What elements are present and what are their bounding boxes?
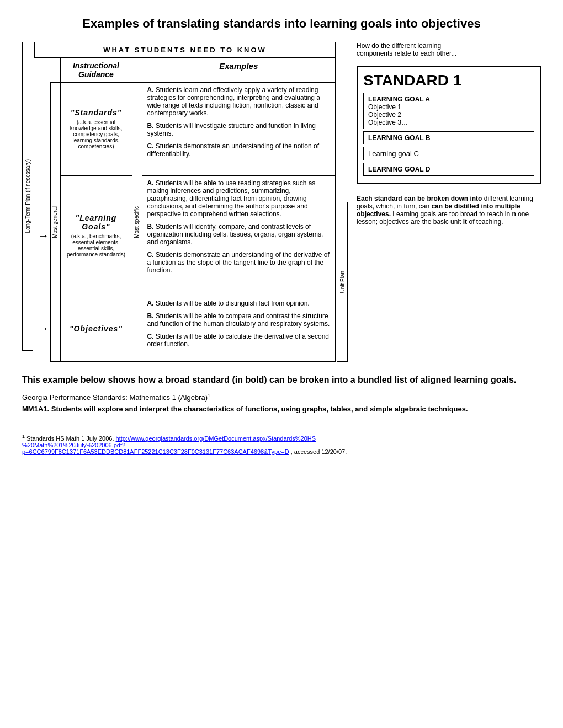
example-c2-text: Students demonstrate an understanding of…: [147, 251, 330, 274]
learning-goal-d-box: LEARNING GOAL D: [363, 163, 534, 176]
bottom-section: This example below shows how a broad sta…: [22, 375, 541, 455]
unit-plan-label: Unit Plan: [339, 271, 346, 293]
learning-goals-sublabel: (a.k.a., benchmarks, essential elements,…: [65, 233, 128, 258]
example-c1-text: Students demonstrate an understanding of…: [147, 142, 320, 158]
arrow-2: →: [35, 296, 51, 361]
example-b1-letter: B.: [147, 122, 156, 130]
objective-1: Objective 1: [368, 103, 529, 111]
standards-sublabel: (a.k.a. essential knowledge and skills, …: [65, 119, 128, 149]
col1-header: InstructionalGuidance: [73, 61, 119, 79]
example-b2-letter: B.: [147, 223, 156, 231]
most-general-label: Most general: [51, 205, 59, 239]
objectives-label: "Objectives": [65, 324, 128, 333]
col2-header: Examples: [219, 61, 258, 71]
learning-goal-b-box: LEARNING GOAL B: [363, 131, 534, 144]
table-header: WHAT STUDENTS NEED TO KNOW: [103, 46, 267, 54]
learning-goal-a-box: LEARNING GOAL A Objective 1 Objective 2 …: [363, 93, 534, 129]
right-panel: How do the different learning components…: [357, 42, 541, 362]
arrow-1: →: [35, 175, 51, 296]
right-description: Each standard can be broken down into di…: [357, 195, 541, 226]
objective-3: Objective 3…: [368, 119, 529, 126]
standard-title: STANDARD 1: [363, 72, 534, 89]
footnote-sup-ref: 1: [208, 393, 210, 398]
learning-goal-d-label: LEARNING GOAL D: [368, 165, 430, 173]
bottom-title: This example below shows how a broad sta…: [22, 375, 541, 385]
learning-goal-c-label: Learning goal C: [368, 149, 419, 158]
how-different-text: How do the different learning components…: [357, 42, 541, 57]
example-a3-letter: A.: [147, 299, 156, 307]
example-b2-text: Students will identify, compare, and con…: [147, 223, 323, 246]
example-b3-text: Students will be able to compare and con…: [147, 312, 330, 328]
footnote-accessed: , accessed 12/20/07.: [291, 448, 347, 455]
example-b3-letter: B.: [147, 312, 156, 320]
footnote: 1 Standards HS Math 1 July 2006. http://…: [22, 433, 541, 455]
example-c3-text: Students will be able to calculate the d…: [147, 333, 330, 348]
learning-goal-a-title: LEARNING GOAL A: [368, 95, 529, 103]
right-desc-text: Each standard can be broken down into di…: [357, 195, 533, 226]
standard-box: STANDARD 1 LEARNING GOAL A Objective 1 O…: [357, 66, 541, 184]
most-specific-label: Most specific: [132, 205, 141, 239]
mm1a1-text: MM1A1. Students will explore and interpr…: [22, 405, 541, 413]
georgia-text: Georgia Performance Standards: Mathemati…: [22, 393, 208, 402]
footnote-divider: [22, 430, 132, 430]
example-c1-letter: C.: [147, 142, 156, 150]
example-c2-letter: C.: [147, 251, 156, 259]
georgia-label: Georgia Performance Standards: Mathemati…: [22, 393, 541, 402]
footnote-text: Standards HS Math 1 July 2006.: [26, 435, 114, 442]
example-c3-letter: C.: [147, 333, 156, 340]
learning-goals-label: "LearningGoals": [65, 213, 128, 231]
learning-goal-b-title: LEARNING GOAL B: [368, 134, 529, 142]
long-term-arrow: [35, 83, 51, 176]
example-a2-letter: A.: [147, 179, 156, 187]
example-a2-text: Students will be able to use reading str…: [147, 179, 316, 218]
objective-2: Objective 2: [368, 111, 529, 119]
example-a1-letter: A.: [147, 86, 156, 94]
how-different-rest: components relate to each other...: [357, 50, 456, 57]
main-title: Examples of translating standards into l…: [22, 17, 541, 31]
example-b1-text: Students will investigate structure and …: [147, 122, 316, 137]
learning-goal-c-box: Learning goal C: [363, 147, 534, 160]
footnote-number: 1: [22, 433, 25, 439]
example-a3-text: Students will be able to distinguish fac…: [156, 299, 310, 307]
example-a1-text: Students learn and effectively apply a v…: [147, 86, 321, 117]
standards-label: "Standards": [65, 108, 128, 117]
long-term-plan-label: Long-Term Plan (if necessary): [25, 159, 31, 233]
